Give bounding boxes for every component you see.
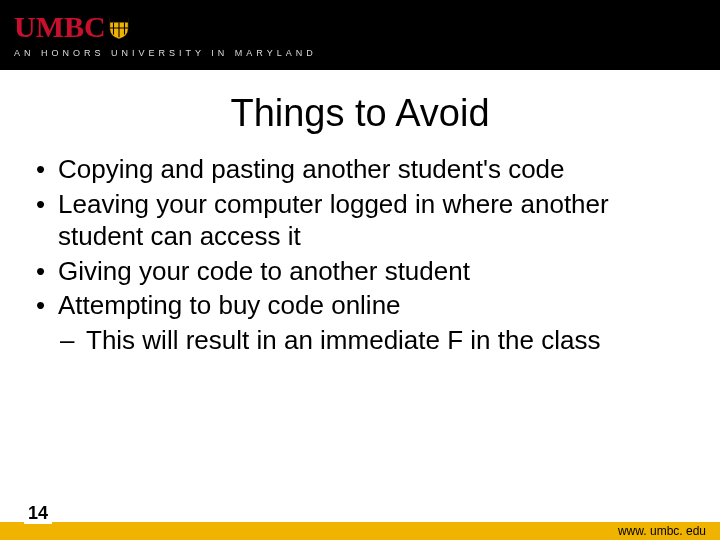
sub-list-item: This will result in an immediate F in th… bbox=[58, 324, 690, 357]
slide-title: Things to Avoid bbox=[0, 92, 720, 135]
logo-text: UMBC bbox=[14, 12, 106, 42]
content-area: Copying and pasting another student's co… bbox=[0, 145, 720, 540]
footer: 14 www. umbc. edu bbox=[0, 512, 720, 540]
sub-list-item-text: This will result in an immediate F in th… bbox=[86, 325, 600, 355]
header-bar: UMBC AN HONORS UNIVERSITY IN MARYLAND bbox=[0, 0, 720, 70]
list-item: Leaving your computer logged in where an… bbox=[30, 188, 690, 253]
list-item: Giving your code to another student bbox=[30, 255, 690, 288]
list-item-text: Leaving your computer logged in where an… bbox=[58, 189, 609, 252]
footer-gold-bar bbox=[0, 522, 720, 540]
bullet-list: Copying and pasting another student's co… bbox=[30, 153, 690, 356]
list-item: Copying and pasting another student's co… bbox=[30, 153, 690, 186]
title-area: Things to Avoid bbox=[0, 70, 720, 145]
tagline: AN HONORS UNIVERSITY IN MARYLAND bbox=[14, 48, 720, 58]
logo: UMBC bbox=[14, 12, 720, 42]
page-number: 14 bbox=[24, 503, 52, 524]
list-item: Attempting to buy code online This will … bbox=[30, 289, 690, 356]
list-item-text: Giving your code to another student bbox=[58, 256, 470, 286]
sub-list: This will result in an immediate F in th… bbox=[58, 324, 690, 357]
slide: UMBC AN HONORS UNIVERSITY IN MARYLAND Th… bbox=[0, 0, 720, 540]
list-item-text: Attempting to buy code online bbox=[58, 290, 401, 320]
list-item-text: Copying and pasting another student's co… bbox=[58, 154, 565, 184]
footer-url: www. umbc. edu bbox=[618, 524, 706, 538]
shield-icon bbox=[108, 16, 130, 40]
